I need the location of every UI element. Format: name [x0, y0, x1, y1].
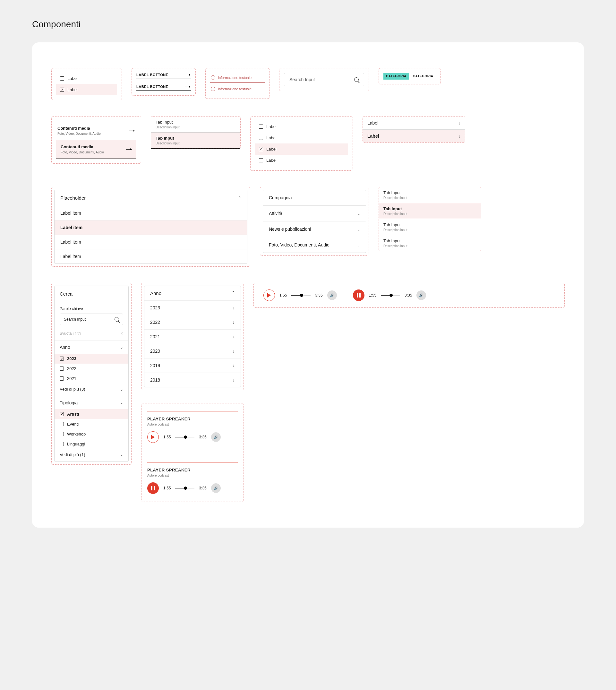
info-link[interactable]: i Informazione testuale	[210, 84, 265, 94]
filter-option[interactable]: 2022	[54, 364, 128, 373]
year-label: 2020	[150, 348, 160, 354]
filter-option[interactable]: 2023	[54, 354, 128, 364]
checkbox-item[interactable]: Label	[255, 155, 348, 166]
arrow-down-icon: ↓	[458, 133, 460, 138]
dropdown-item[interactable]: Label item	[54, 250, 247, 263]
expandable-row[interactable]: Label ↓	[363, 130, 465, 143]
year-item[interactable]: 2021 ↓	[145, 330, 241, 344]
filter-option[interactable]: Linguaggi	[54, 439, 128, 449]
year-item[interactable]: 2023 ↓	[145, 301, 241, 315]
arrow-right-icon	[129, 131, 135, 131]
tab-input[interactable]: Tab Input Description input	[379, 219, 481, 235]
expandable-row[interactable]: Label ↓	[363, 116, 465, 130]
pause-button[interactable]	[147, 482, 159, 494]
media-card[interactable]: Contenuti media Foto, Video, Documenti, …	[56, 140, 136, 159]
progress-slider[interactable]	[291, 295, 311, 296]
tab-sub: Description input	[383, 244, 477, 248]
see-more-button[interactable]: Vedi di più (3) ⌄	[54, 384, 128, 396]
filter-section-anno[interactable]: Anno ⌄	[54, 341, 128, 354]
see-more-button[interactable]: Vedi di più (1) ⌄	[54, 449, 128, 461]
year-item[interactable]: 2022 ↓	[145, 315, 241, 330]
checkbox-item[interactable]: Label	[255, 121, 348, 132]
nav-item-compagnia[interactable]: Compagnia ↓	[263, 190, 366, 206]
media-card[interactable]: Contenuti media Foto, Video, Documenti, …	[56, 121, 136, 140]
checkbox-icon	[259, 125, 263, 129]
tab-title: Tab Input	[383, 190, 477, 195]
checkbox-label: Label	[67, 76, 78, 81]
checkbox-checked-icon	[259, 147, 263, 151]
search-icon	[354, 77, 359, 82]
anno-list-group: Anno ⌃ 2023 ↓ 2022 ↓ 2021 ↓	[141, 283, 244, 390]
checkbox-icon	[60, 442, 64, 446]
main-container: Label Label LABEL BOTTONE LABEL BOTTONE …	[32, 42, 584, 527]
checkbox-item[interactable]: Label	[255, 144, 348, 155]
filter-section-tipologia[interactable]: Tipologia ⌄	[54, 396, 128, 409]
tab-input[interactable]: Tab Input Description input	[151, 116, 240, 132]
player-author: Autore podcast	[147, 423, 238, 426]
search-placeholder: Search Input	[64, 317, 86, 322]
checkbox-item[interactable]: Label	[56, 84, 117, 95]
filter-option[interactable]: Eventi	[54, 419, 128, 429]
tab-input[interactable]: Tab Input Description input	[379, 235, 481, 251]
nav-list-group: Compagnia ↓ Attività ↓ News e pubblicazi…	[260, 187, 369, 256]
label-button[interactable]: LABEL BOTTONE	[136, 85, 191, 91]
checkbox-label: Label	[266, 124, 277, 129]
checkbox-item[interactable]: Label	[56, 73, 117, 84]
volume-icon: 🔊	[214, 486, 218, 490]
label-button[interactable]: LABEL BOTTONE	[136, 73, 191, 79]
filter-option[interactable]: Workshop	[54, 429, 128, 439]
checkbox-item[interactable]: Label	[255, 132, 348, 144]
dropdown-header[interactable]: Placeholder ⌃	[54, 190, 247, 206]
search-input[interactable]: Search Input	[60, 314, 123, 325]
year-item[interactable]: 2018 ↓	[145, 373, 241, 387]
nav-item-attivita[interactable]: Attività ↓	[263, 206, 366, 221]
tab-input[interactable]: Tab Input Description input	[379, 187, 481, 203]
progress-slider[interactable]	[175, 488, 194, 489]
filter-option[interactable]: 2021	[54, 373, 128, 384]
year-list-header[interactable]: Anno ⌃	[145, 286, 241, 301]
media-title: Contenuti media	[58, 126, 101, 131]
dropdown-item[interactable]: Label item	[54, 206, 247, 220]
category-chip[interactable]: CATEGORIA	[383, 73, 409, 80]
tab-title: Tab Input	[383, 222, 477, 227]
arrow-right-icon	[185, 87, 191, 87]
progress-slider[interactable]	[175, 437, 194, 437]
section-title: Anno	[60, 345, 70, 350]
tab-input[interactable]: Tab Input Description input	[379, 203, 481, 219]
dropdown-item[interactable]: Label item	[54, 235, 247, 250]
search-input[interactable]: Search Input	[284, 73, 364, 86]
option-label: 2021	[67, 376, 76, 381]
time-current: 1:55	[163, 486, 171, 490]
year-item[interactable]: 2019 ↓	[145, 359, 241, 373]
arrow-down-icon: ↓	[358, 195, 360, 200]
year-item[interactable]: 2020 ↓	[145, 344, 241, 359]
play-icon	[151, 435, 157, 439]
tab-input[interactable]: Tab Input Description input	[151, 132, 240, 149]
progress-slider[interactable]	[381, 295, 400, 296]
chevron-down-icon: ⌄	[120, 345, 123, 349]
clear-filters-button[interactable]: Svuota i filtri ×	[60, 328, 123, 341]
filter-option[interactable]: Artisti	[54, 409, 128, 419]
volume-button[interactable]: 🔊	[211, 483, 221, 493]
info-link[interactable]: i Informazione testuale	[210, 73, 265, 83]
pause-button[interactable]	[353, 289, 365, 301]
nav-label: Attività	[269, 211, 282, 216]
dropdown-placeholder: Placeholder	[60, 195, 86, 200]
play-button[interactable]	[147, 431, 159, 443]
nav-item-media[interactable]: Foto, Video, Documenti, Audio ↓	[263, 237, 366, 253]
checkbox-label: Label	[266, 135, 277, 140]
nav-item-news[interactable]: News e pubblicazioni ↓	[263, 221, 366, 237]
category-chip[interactable]: CATEGORIA	[410, 73, 436, 80]
dropdown-item[interactable]: Label item	[54, 220, 247, 235]
tab-sub: Description input	[383, 196, 477, 200]
player-full-group: PLAYER SPREAKER Autore podcast 1:55 3:35…	[141, 403, 244, 502]
tab-title: Tab Input	[156, 120, 236, 125]
volume-button[interactable]: 🔊	[416, 290, 426, 300]
arrow-down-icon: ↓	[233, 363, 235, 368]
volume-icon: 🔊	[214, 435, 218, 439]
play-button[interactable]	[263, 289, 275, 301]
tab-sub: Description input	[383, 212, 477, 216]
volume-button[interactable]: 🔊	[327, 290, 337, 300]
volume-button[interactable]: 🔊	[211, 432, 221, 442]
info-icon: i	[211, 87, 215, 91]
